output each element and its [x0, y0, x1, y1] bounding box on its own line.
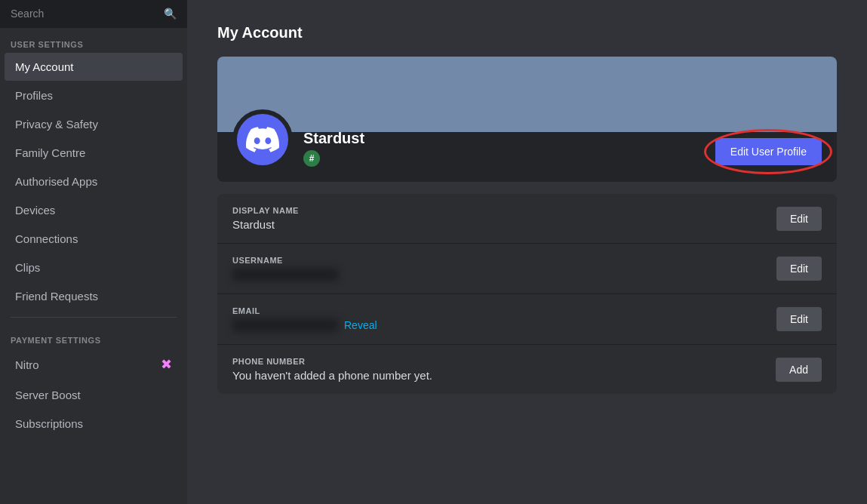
search-bar[interactable]: Search 🔍	[0, 0, 187, 28]
phone-number-label: PHONE NUMBER	[232, 357, 776, 366]
username-value-blurred	[232, 268, 338, 281]
search-icon: 🔍	[164, 8, 177, 20]
avatar	[232, 109, 293, 170]
sidebar-section-payment-settings: PAYMENT SETTINGS Nitro ✖ Server Boost Su…	[0, 324, 187, 438]
sidebar-item-my-account[interactable]: My Account	[5, 53, 183, 81]
email-value-blurred	[232, 318, 338, 332]
display-name-row: DISPLAY NAME Stardust Edit	[217, 194, 837, 244]
display-name-value: Stardust	[232, 218, 776, 231]
profile-card: Stardust # Edit User Profile	[217, 57, 837, 182]
sidebar-item-server-boost[interactable]: Server Boost	[5, 381, 183, 409]
payment-settings-label: PAYMENT SETTINGS	[0, 324, 187, 348]
email-row: EMAIL Reveal Edit	[217, 294, 837, 345]
sidebar-item-authorised-apps[interactable]: Authorised Apps	[5, 167, 183, 195]
nitro-icon: ✖	[161, 356, 172, 373]
profile-info-row: Stardust # Edit User Profile	[217, 109, 837, 182]
sidebar-item-nitro[interactable]: Nitro ✖	[5, 349, 183, 380]
profile-name-area: Stardust #	[303, 129, 364, 170]
display-name-left: DISPLAY NAME Stardust	[232, 206, 776, 231]
username-label: USERNAME	[232, 256, 776, 265]
email-label: EMAIL	[232, 306, 776, 315]
sidebar-item-privacy-safety[interactable]: Privacy & Safety	[5, 110, 183, 138]
sidebar-divider	[11, 317, 177, 318]
username-edit-button[interactable]: Edit	[776, 257, 822, 281]
edit-user-profile-button[interactable]: Edit User Profile	[715, 138, 822, 165]
phone-number-left: PHONE NUMBER You haven't added a phone n…	[232, 357, 776, 382]
user-settings-label: USER SETTINGS	[0, 28, 187, 52]
avatar-inner	[237, 114, 288, 165]
sidebar-item-subscriptions[interactable]: Subscriptions	[5, 410, 183, 438]
sidebar-item-profiles[interactable]: Profiles	[5, 81, 183, 109]
edit-profile-btn-wrapper: Edit User Profile	[715, 138, 822, 165]
sidebar-item-friend-requests[interactable]: Friend Requests	[5, 282, 183, 310]
discord-logo-icon	[246, 123, 279, 156]
page-title: My Account	[217, 24, 837, 41]
email-edit-button[interactable]: Edit	[776, 307, 822, 331]
account-info-section: DISPLAY NAME Stardust Edit USERNAME Edit…	[217, 194, 837, 394]
username-row: USERNAME Edit	[217, 244, 837, 294]
profile-left: Stardust #	[232, 109, 364, 170]
email-left: EMAIL Reveal	[232, 306, 776, 332]
phone-number-value: You haven't added a phone number yet.	[232, 369, 776, 382]
sidebar-section-user-settings: USER SETTINGS My Account Profiles Privac…	[0, 28, 187, 311]
sidebar-item-clips[interactable]: Clips	[5, 254, 183, 281]
display-name-edit-button[interactable]: Edit	[776, 207, 822, 231]
sidebar: Search 🔍 USER SETTINGS My Account Profil…	[0, 0, 187, 504]
sidebar-item-family-centre[interactable]: Family Centre	[5, 139, 183, 167]
profile-username: Stardust	[303, 129, 364, 147]
sidebar-item-devices[interactable]: Devices	[5, 196, 183, 224]
search-placeholder-text: Search	[11, 8, 44, 20]
phone-number-add-button[interactable]: Add	[776, 358, 822, 382]
username-left: USERNAME	[232, 256, 776, 281]
sidebar-item-connections[interactable]: Connections	[5, 225, 183, 253]
display-name-label: DISPLAY NAME	[232, 206, 776, 215]
email-reveal-link[interactable]: Reveal	[344, 319, 377, 331]
main-content: My Account Stardust #	[187, 0, 867, 504]
profile-tag-badge: #	[303, 150, 320, 167]
email-value-row: Reveal	[232, 318, 776, 332]
phone-number-row: PHONE NUMBER You haven't added a phone n…	[217, 345, 837, 394]
